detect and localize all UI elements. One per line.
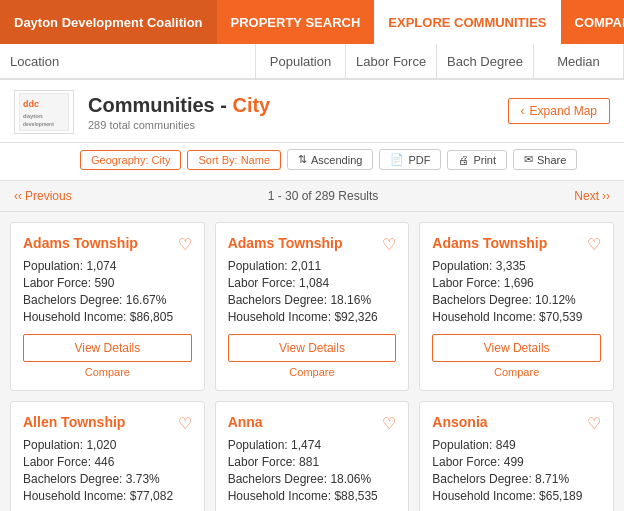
card-3-compare[interactable]: Compare [494,366,539,378]
svg-text:development: development [23,121,54,127]
chevron-left-icon: ‹‹ [14,189,22,203]
card-4-income: Household Income: $77,082 [23,489,192,503]
heart-icon-2[interactable]: ♡ [382,235,396,254]
card-3-title[interactable]: Adams Township [432,235,601,251]
top-nav: Dayton Development Coalition PROPERTY SE… [0,0,624,44]
col-population[interactable]: Population [256,44,346,78]
city-link[interactable]: City [232,94,270,116]
card-1-income: Household Income: $86,805 [23,310,192,324]
pagination-info: 1 - 30 of 289 Results [268,189,379,203]
column-headers: Location Population Labor Force Bach Deg… [0,44,624,80]
card-5-title[interactable]: Anna [228,414,397,430]
card-2-actions: View Details Compare [228,334,397,378]
card-2-labor-force: Labor Force: 1,084 [228,276,397,290]
ascending-filter[interactable]: ⇅ Ascending [287,149,373,170]
card-2-population: Population: 2,011 [228,259,397,273]
chevron-right-icon: ›› [602,189,610,203]
card-2-title[interactable]: Adams Township [228,235,397,251]
card-6-population: Population: 849 [432,438,601,452]
print-button[interactable]: 🖨 Print [447,150,507,170]
card-2: Adams Township ♡ Population: 2,011 Labor… [215,222,410,391]
communities-title: Communities - City [88,94,270,117]
card-1: Adams Township ♡ Population: 1,074 Labor… [10,222,205,391]
main-content: ddc dayton development Communities - Cit… [0,80,624,511]
card-4-labor-force: Labor Force: 446 [23,455,192,469]
card-5-bachelors: Bachelors Degree: 18.06% [228,472,397,486]
pdf-icon: 📄 [390,153,404,166]
chevron-left-icon: ‹ [521,104,525,118]
card-1-compare[interactable]: Compare [85,366,130,378]
card-5-labor-force: Labor Force: 881 [228,455,397,469]
heart-icon-4[interactable]: ♡ [178,414,192,433]
nav-compare-communities[interactable]: COMPARE COMMUNITIES [561,0,624,44]
card-6-labor-force: Labor Force: 499 [432,455,601,469]
card-1-labor-force: Labor Force: 590 [23,276,192,290]
svg-text:ddc: ddc [23,99,39,109]
col-bach-degree[interactable]: Bach Degree [437,44,534,78]
communities-title-area: Communities - City 289 total communities [88,94,270,131]
card-2-income: Household Income: $92,326 [228,310,397,324]
card-4-title[interactable]: Allen Township [23,414,192,430]
heart-icon-6[interactable]: ♡ [587,414,601,433]
communities-subtitle: 289 total communities [88,119,270,131]
card-3-income: Household Income: $70,539 [432,310,601,324]
share-button[interactable]: ✉ Share [513,149,577,170]
card-3: Adams Township ♡ Population: 3,335 Labor… [419,222,614,391]
card-6: Ansonia ♡ Population: 849 Labor Force: 4… [419,401,614,511]
geography-filter[interactable]: Geography: City [80,150,181,170]
nav-property-search[interactable]: PROPERTY SEARCH [217,0,375,44]
nav-dayton[interactable]: Dayton Development Coalition [0,0,217,44]
sort-by-filter[interactable]: Sort By: Name [187,150,281,170]
filter-bar: Geography: City Sort By: Name ⇅ Ascendin… [0,143,624,181]
card-1-view-details[interactable]: View Details [23,334,192,362]
card-3-population: Population: 3,335 [432,259,601,273]
sort-icon: ⇅ [298,153,307,166]
card-5-income: Household Income: $88,535 [228,489,397,503]
card-4-population: Population: 1,020 [23,438,192,452]
card-5-population: Population: 1,474 [228,438,397,452]
card-6-income: Household Income: $65,189 [432,489,601,503]
card-2-compare[interactable]: Compare [289,366,334,378]
card-3-bachelors: Bachelors Degree: 10.12% [432,293,601,307]
nav-explore-communities[interactable]: EXPLORE COMMUNITIES [374,0,560,44]
ddc-logo: ddc dayton development [14,90,74,134]
card-1-population: Population: 1,074 [23,259,192,273]
pdf-button[interactable]: 📄 PDF [379,149,441,170]
col-labor-force[interactable]: Labor Force [346,44,437,78]
card-2-bachelors: Bachelors Degree: 18.16% [228,293,397,307]
cards-grid: Adams Township ♡ Population: 1,074 Labor… [0,212,624,511]
print-icon: 🖨 [458,154,469,166]
next-button[interactable]: Next ›› [574,189,610,203]
card-1-title[interactable]: Adams Township [23,235,192,251]
heart-icon-3[interactable]: ♡ [587,235,601,254]
card-1-bachelors: Bachelors Degree: 16.67% [23,293,192,307]
pagination-bar: ‹‹ Previous 1 - 30 of 289 Results Next ›… [0,181,624,212]
svg-text:dayton: dayton [23,113,43,119]
card-3-view-details[interactable]: View Details [432,334,601,362]
card-4-bachelors: Bachelors Degree: 3.73% [23,472,192,486]
expand-map-button[interactable]: ‹ Expand Map [508,98,610,124]
heart-icon-5[interactable]: ♡ [382,414,396,433]
card-2-view-details[interactable]: View Details [228,334,397,362]
card-3-labor-force: Labor Force: 1,696 [432,276,601,290]
card-6-bachelors: Bachelors Degree: 8.71% [432,472,601,486]
card-4: Allen Township ♡ Population: 1,020 Labor… [10,401,205,511]
col-median[interactable]: Median [534,44,624,78]
card-3-actions: View Details Compare [432,334,601,378]
col-location[interactable]: Location [0,44,256,78]
previous-button[interactable]: ‹‹ Previous [14,189,72,203]
card-5: Anna ♡ Population: 1,474 Labor Force: 88… [215,401,410,511]
heart-icon-1[interactable]: ♡ [178,235,192,254]
card-6-title[interactable]: Ansonia [432,414,601,430]
share-icon: ✉ [524,153,533,166]
communities-header: ddc dayton development Communities - Cit… [0,80,624,143]
card-1-actions: View Details Compare [23,334,192,378]
